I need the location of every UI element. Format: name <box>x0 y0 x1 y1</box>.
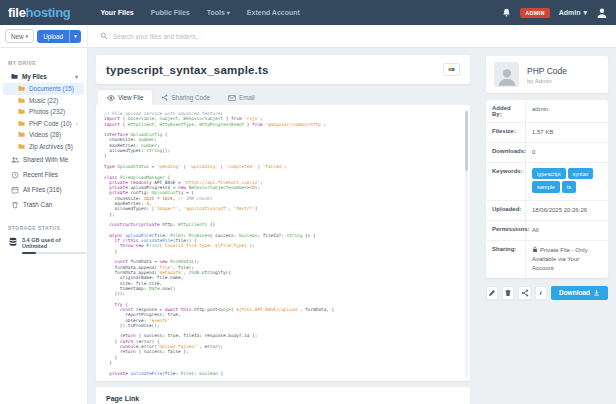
search-input[interactable] <box>113 33 604 40</box>
file-details-table: Added By:adminFilesize:1.57 KBDownloads:… <box>486 100 608 278</box>
sidebar-item-zip-archives[interactable]: Zip Archives (5) <box>3 141 84 153</box>
nav-link-public-files[interactable]: Public Files <box>151 9 190 16</box>
detail-row-sharing: Sharing:Private File - Only Available vi… <box>486 241 608 278</box>
sidebar-item-recent-files[interactable]: Recent Files <box>3 167 84 182</box>
detail-value: 0 <box>526 143 608 162</box>
chevron-down-icon: ▾ <box>227 10 230 16</box>
nav-link-your-files[interactable]: Your Files <box>100 9 133 16</box>
folder-icon <box>18 108 25 115</box>
detail-value: typescriptsyntaxsamplets <box>526 163 608 200</box>
delete-button[interactable] <box>502 286 514 300</box>
file-details-panel: PHP Code by Admin Added By:adminFilesize… <box>478 48 616 404</box>
sidebar-item-label: Documents (15) <box>29 85 74 92</box>
page-link-card: Page Link <box>96 387 470 404</box>
eye-icon <box>107 95 115 101</box>
main-content: typescript_syntax_sample.ts View FileSha… <box>88 48 478 404</box>
search-bar <box>88 25 616 47</box>
sidebar-item-music[interactable]: Music (22) <box>3 95 84 107</box>
sidebar: MY DRIVE My Files▾Documents (15)Music (2… <box>0 48 88 404</box>
upload-dropdown-toggle[interactable]: ▾ <box>69 30 81 43</box>
detail-value: 18/06/2025 20:26:26 <box>526 201 608 220</box>
code-content: // File upload service with advanced fea… <box>104 111 460 376</box>
code-scrollbar-thumb[interactable] <box>465 111 468 171</box>
search-icon <box>100 32 108 40</box>
report-flag-icon <box>448 67 455 72</box>
sidebar-item-label: All Files (316) <box>23 186 62 193</box>
storage-status: 3.4 GB used of Unlimited <box>0 234 87 257</box>
download-button-label: Download <box>559 289 590 296</box>
detail-row-keywords: Keywords:typescriptsyntaxsamplets <box>486 163 608 201</box>
sidebar-item-label: My Files <box>22 73 47 80</box>
tab-view-file[interactable]: View File <box>98 90 152 105</box>
uploader-avatar <box>494 62 519 87</box>
detail-row-downloads: Downloads:0 <box>486 143 608 163</box>
trash-icon <box>11 201 19 209</box>
folder-icon <box>18 131 25 138</box>
tab-sharing-code[interactable]: Sharing Code <box>152 90 219 105</box>
bell-icon <box>502 8 511 17</box>
detail-label: Sharing: <box>486 241 526 278</box>
folder-icon <box>18 97 25 104</box>
detail-label: Added By: <box>486 100 526 122</box>
detail-value: All <box>526 221 608 240</box>
calendar-icon <box>11 186 19 194</box>
notifications-button[interactable] <box>502 8 511 17</box>
sidebar-item-trash-can[interactable]: Trash Can <box>3 197 84 212</box>
chevron-down-icon: ▾ <box>583 9 587 17</box>
nav-link-extend-account[interactable]: Extend Account <box>247 9 300 16</box>
file-report-button[interactable] <box>443 63 460 76</box>
storage-progress-bar <box>22 252 86 254</box>
lock-icon <box>532 246 538 253</box>
user-menu[interactable]: Admin▾ <box>559 9 587 17</box>
sidebar-item-php-code[interactable]: PHP Code (10)› <box>3 118 84 130</box>
code-preview-panel: // File upload service with advanced fea… <box>96 105 470 381</box>
sidebar-item-documents[interactable]: Documents (15) <box>3 83 84 95</box>
sidebar-item-videos[interactable]: Videos (28) <box>3 129 84 141</box>
nav-link-tools[interactable]: Tools▾ <box>207 9 230 16</box>
share-button[interactable] <box>518 286 530 300</box>
sidebar-item-label: Recent Files <box>23 171 58 178</box>
user-avatar-icon[interactable] <box>596 7 608 19</box>
tab-email[interactable]: Email <box>219 90 264 105</box>
tab-label: Email <box>239 94 255 101</box>
chevron-right-icon: › <box>76 120 78 126</box>
sidebar-item-all-files[interactable]: All Files (316) <box>3 182 84 197</box>
detail-label: Keywords: <box>486 163 526 200</box>
admin-role-badge: ADMIN <box>520 8 550 18</box>
info-button[interactable]: i <box>535 286 547 300</box>
upload-button[interactable]: Upload▾ <box>37 30 81 43</box>
folder-icon <box>18 143 25 150</box>
storage-status-label: STORAGE STATUS <box>0 221 87 234</box>
detail-label: Filesize: <box>486 123 526 142</box>
my-drive-section-label: MY DRIVE <box>0 56 87 69</box>
folder-icon <box>11 73 18 80</box>
file-summary-card: PHP Code by Admin <box>486 56 608 93</box>
toolbar: New▾ Upload▾ <box>0 25 616 48</box>
keyword-chip-sample[interactable]: sample <box>532 181 560 192</box>
info-icon: i <box>540 289 542 297</box>
storage-usage-text: 3.4 GB used of Unlimited <box>22 237 86 249</box>
keyword-chip-typescript[interactable]: typescript <box>532 168 566 179</box>
top-navbar: filehosting Your FilesPublic FilesTools▾… <box>0 0 616 25</box>
new-button[interactable]: New▾ <box>5 29 34 43</box>
keyword-chip-syntax[interactable]: syntax <box>568 168 594 179</box>
edit-button[interactable] <box>486 286 498 300</box>
sidebar-item-my-files[interactable]: My Files▾ <box>3 69 84 83</box>
code-scrollbar-track[interactable] <box>465 109 468 377</box>
logo[interactable]: filehosting <box>8 5 70 20</box>
sidebar-folder-list: My Files▾Documents (15)Music (22)Photos … <box>0 69 87 212</box>
file-byline: by Admin <box>527 78 567 84</box>
envelope-icon <box>228 95 236 101</box>
database-icon <box>8 237 18 247</box>
sidebar-item-photos[interactable]: Photos (232) <box>3 106 84 118</box>
sidebar-item-shared-with-me[interactable]: Shared With Me <box>3 152 84 167</box>
upload-button-label: Upload <box>37 30 69 43</box>
download-button[interactable]: Download <box>551 286 608 300</box>
trash-icon <box>504 289 512 297</box>
keyword-chip-ts[interactable]: ts <box>562 181 576 192</box>
clock-icon <box>11 171 19 179</box>
folder-icon <box>18 85 25 92</box>
detail-row-uploaded: Uploaded:18/06/2025 20:26:26 <box>486 201 608 221</box>
sidebar-item-label: Shared With Me <box>23 156 68 163</box>
navbar-right: ADMIN Admin▾ <box>502 7 608 19</box>
